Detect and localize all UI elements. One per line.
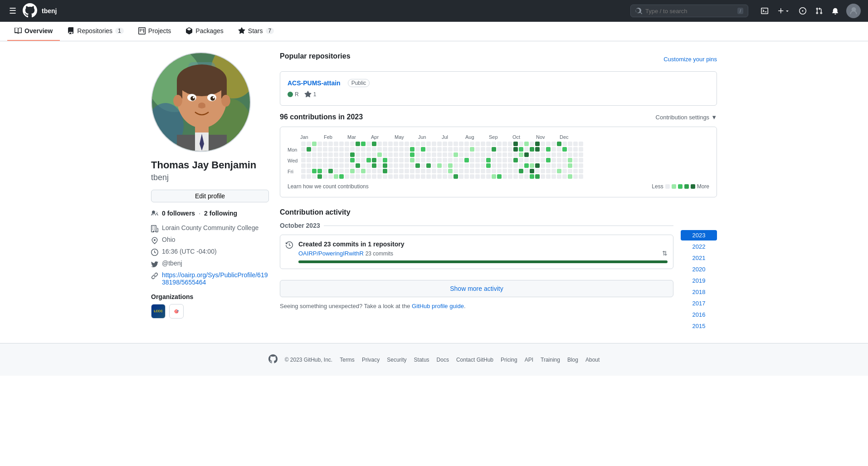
- footer-security-link[interactable]: Security: [387, 357, 406, 363]
- emoji-button[interactable]: 😊: [236, 137, 246, 147]
- terminal-button[interactable]: [759, 5, 770, 16]
- contrib-cell: [497, 158, 502, 162]
- packages-icon: [185, 27, 193, 34]
- customize-pins-link[interactable]: Customize your pins: [663, 56, 717, 63]
- year-2021-btn[interactable]: 2021: [681, 253, 717, 263]
- contrib-cell: [345, 147, 349, 152]
- footer-docs-link[interactable]: Docs: [437, 357, 449, 363]
- contrib-cell: [519, 152, 523, 157]
- year-2018-btn[interactable]: 2018: [681, 287, 717, 297]
- profile-guide-link[interactable]: GitHub profile guide: [412, 303, 464, 309]
- org-logo-lccc[interactable]: LCCC: [151, 304, 166, 319]
- repo-link[interactable]: OAIRP/PoweringIRwithR: [298, 250, 364, 257]
- month-sep: Sep: [489, 134, 512, 140]
- contrib-cell: [497, 147, 502, 152]
- issues-button[interactable]: [797, 5, 808, 16]
- year-2015-btn[interactable]: 2015: [681, 321, 717, 331]
- year-2016-btn[interactable]: 2016: [681, 309, 717, 320]
- contrib-cell: [394, 158, 398, 162]
- contrib-week: [568, 142, 572, 180]
- repo-name-link[interactable]: ACS-PUMS-attain: [288, 79, 341, 87]
- year-2019-btn[interactable]: 2019: [681, 275, 717, 286]
- contrib-cell: [475, 147, 480, 152]
- time-text: 16:36 (UTC -04:00): [162, 248, 217, 255]
- year-2023-btn[interactable]: 2023: [681, 230, 717, 240]
- footer-github-logo: [268, 354, 278, 365]
- followers-link[interactable]: 0 followers: [162, 210, 195, 217]
- year-2022-btn[interactable]: 2022: [681, 241, 717, 252]
- contrib-cell: [519, 147, 523, 152]
- contrib-cell: [557, 163, 561, 168]
- contrib-cell: [492, 158, 496, 162]
- contrib-week: [573, 142, 578, 180]
- commit-activity-item: Created 23 commits in 1 repository OAIRP…: [280, 235, 673, 269]
- user-avatar[interactable]: [846, 4, 861, 18]
- contrib-week: [426, 142, 431, 180]
- repo-lang: R: [288, 91, 299, 98]
- contrib-cell: [573, 152, 578, 157]
- contrib-week: [551, 142, 556, 180]
- hamburger-menu-button[interactable]: ☰: [7, 4, 18, 18]
- tab-projects[interactable]: Projects: [131, 22, 179, 41]
- graph-footer: Learn how we count contributions Less Mo…: [288, 183, 709, 190]
- contrib-cell: [470, 163, 474, 168]
- following-link[interactable]: 2 following: [204, 210, 237, 217]
- contrib-cell: [459, 152, 463, 157]
- contrib-cell: [377, 174, 382, 179]
- footer-contact-link[interactable]: Contact GitHub: [456, 357, 493, 363]
- footer-blog-link[interactable]: Blog: [567, 357, 578, 363]
- contrib-week: [356, 142, 360, 180]
- location-info: Ohio: [151, 236, 269, 244]
- book-icon: [15, 27, 22, 34]
- avatar-image: 😊: [151, 52, 251, 152]
- contrib-cell: [454, 169, 458, 173]
- tab-overview[interactable]: Overview: [7, 22, 60, 41]
- contrib-cell: [307, 142, 311, 146]
- contrib-cell: [481, 169, 485, 173]
- footer-pricing-link[interactable]: Pricing: [501, 357, 517, 363]
- contrib-cell: [410, 147, 414, 152]
- contrib-cell: [497, 174, 502, 179]
- footer-status-link[interactable]: Status: [414, 357, 429, 363]
- year-2020-btn[interactable]: 2020: [681, 264, 717, 275]
- contrib-week: [350, 142, 355, 180]
- contrib-cell: [557, 147, 561, 152]
- footer-about-link[interactable]: About: [585, 357, 600, 363]
- year-2017-btn[interactable]: 2017: [681, 298, 717, 309]
- contrib-cell: [475, 158, 480, 162]
- org-logo-oairp[interactable]: 🎯: [169, 304, 184, 319]
- contrib-cell: [470, 169, 474, 173]
- learn-contributions-link[interactable]: Learn how we count contributions: [288, 183, 369, 190]
- commit-expand-icon[interactable]: ⇅: [662, 250, 668, 257]
- search-input[interactable]: [645, 8, 735, 15]
- contrib-settings-button[interactable]: Contribution settings ▼: [656, 114, 717, 121]
- pull-requests-button[interactable]: [814, 5, 824, 16]
- day-sat-spacer: [288, 174, 298, 180]
- contrib-cell: [317, 163, 322, 168]
- profile-nav: Overview Repositories 1 Projects Package…: [0, 22, 868, 41]
- footer-terms-link[interactable]: Terms: [340, 357, 355, 363]
- tab-stars[interactable]: Stars 7: [231, 22, 281, 41]
- website-link[interactable]: https://oairp.org/Sys/PublicProfile/6193…: [162, 271, 269, 286]
- graph-body: Mon Wed Fri: [288, 142, 709, 180]
- contrib-cell: [464, 147, 469, 152]
- contrib-cell: [323, 152, 327, 157]
- month-apr: Apr: [371, 134, 395, 140]
- contrib-cell: [377, 152, 382, 157]
- contrib-cell: [448, 174, 453, 179]
- search-bar[interactable]: /: [630, 5, 748, 17]
- contrib-cell: [459, 147, 463, 152]
- show-more-activity-button[interactable]: Show more activity: [280, 280, 673, 297]
- footer-privacy-link[interactable]: Privacy: [362, 357, 380, 363]
- notifications-button[interactable]: [830, 5, 841, 16]
- footer-api-link[interactable]: API: [525, 357, 533, 363]
- footer-training-link[interactable]: Training: [541, 357, 560, 363]
- tab-repositories[interactable]: Repositories 1: [60, 22, 131, 41]
- contrib-week: [339, 142, 344, 180]
- create-new-button[interactable]: [775, 5, 792, 16]
- edit-profile-button[interactable]: Edit profile: [151, 190, 269, 202]
- profile-main-content: Popular repositories Customize your pins…: [280, 52, 717, 332]
- contrib-cell: [541, 142, 545, 146]
- tab-packages[interactable]: Packages: [178, 22, 230, 41]
- website-info: https://oairp.org/Sys/PublicProfile/6193…: [151, 271, 269, 286]
